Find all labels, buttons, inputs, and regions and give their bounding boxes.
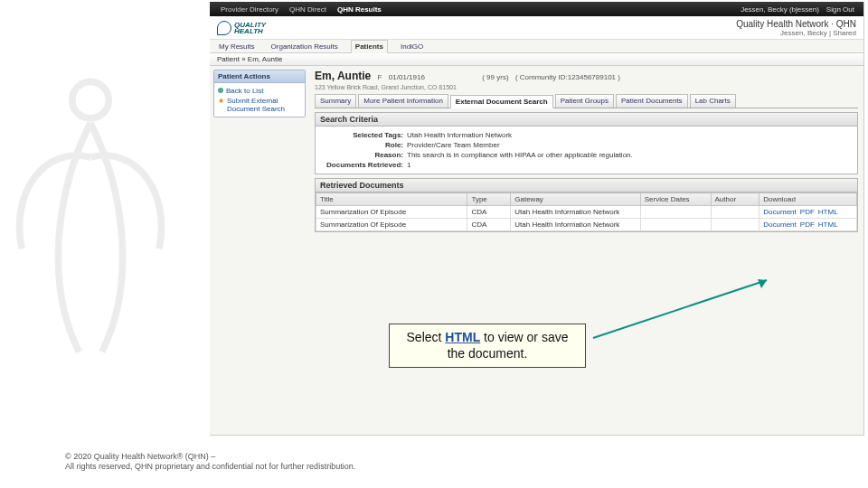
cell-type: CDA: [467, 206, 511, 219]
download-document-link[interactable]: Document: [763, 221, 799, 229]
value-role: Provider/Care Team Member: [407, 141, 500, 149]
value-reason: This search is in compliance with HIPAA …: [407, 151, 633, 159]
download-pdf-link[interactable]: PDF: [800, 208, 818, 216]
patient-header: Em, Auntie F 01/01/1916 ( 99 yrs) ( Comm…: [315, 70, 858, 82]
tab-patients[interactable]: Patients: [351, 40, 388, 53]
table-row: Summarization Of Episode CDA Utah Health…: [316, 206, 857, 219]
download-html-link[interactable]: HTML: [818, 221, 842, 229]
col-gateway: Gateway: [511, 193, 641, 206]
tab-indigo[interactable]: IndiGO: [397, 41, 427, 52]
value-selected-tags: Utah Health Information Network: [407, 131, 512, 139]
col-download: Download: [760, 193, 857, 206]
cell-title: Summarization Of Episode: [316, 206, 467, 219]
section-tabs: My Results Organization Results Patients…: [210, 40, 863, 53]
patient-actions-panel: Patient Actions Back to List ★Submit Ext…: [213, 70, 306, 117]
download-html-link[interactable]: HTML: [818, 208, 842, 216]
col-type: Type: [467, 193, 511, 206]
tab-patient-groups[interactable]: Patient Groups: [555, 94, 614, 108]
submit-external-search-link[interactable]: ★Submit External Document Search: [218, 96, 301, 114]
nav-qhn-direct[interactable]: QHN Direct: [284, 5, 332, 14]
value-docs-retrieved: 1: [407, 161, 410, 169]
tab-my-results[interactable]: My Results: [215, 41, 259, 52]
nav-user[interactable]: Jessen, Becky (bjessen): [737, 5, 823, 14]
logo-icon: [217, 21, 231, 35]
label-role: Role:: [321, 141, 407, 149]
patient-address: 123 Yellow Brick Road, Grand Junction, C…: [315, 84, 858, 90]
star-icon: ★: [218, 97, 224, 105]
cell-gateway: Utah Health Information Network: [511, 206, 641, 219]
tab-more-info[interactable]: More Patient Information: [358, 94, 448, 108]
brand-sub: Jessen, Becky | Shared: [736, 29, 856, 37]
table-row: Summarization Of Episode CDA Utah Health…: [316, 219, 857, 231]
cell-type: CDA: [467, 219, 511, 231]
patient-name: Em, Auntie: [315, 70, 371, 82]
cell-dates: [640, 206, 711, 219]
tab-patient-documents[interactable]: Patient Documents: [616, 94, 688, 108]
main-area: Em, Auntie F 01/01/1916 ( 99 yrs) ( Comm…: [309, 66, 863, 236]
search-criteria-section: Search Criteria Selected Tags:Utah Healt…: [315, 112, 858, 174]
retrieved-documents-title: Retrieved Documents: [316, 179, 857, 192]
tab-org-results[interactable]: Organization Results: [268, 41, 342, 52]
col-title: Title: [316, 193, 467, 206]
annotation-arrow: [586, 273, 785, 345]
col-author: Author: [711, 193, 760, 206]
label-docs-retrieved: Documents Retrieved:: [321, 161, 407, 169]
tab-lab-charts[interactable]: Lab Charts: [690, 94, 736, 108]
patient-age: ( 99 yrs): [482, 73, 508, 81]
col-service-dates: Service Dates: [640, 193, 711, 206]
documents-table: Title Type Gateway Service Dates Author …: [316, 192, 857, 231]
cell-author: [711, 219, 760, 231]
patient-context: ( Community ID:123456789101 ): [515, 73, 620, 81]
brand-title: Quality Health Network · QHN: [736, 19, 856, 29]
logo: QUALITYHEALTH: [217, 21, 266, 35]
app-window: Provider Directory QHN Direct QHN Result…: [210, 2, 864, 436]
label-reason: Reason:: [321, 151, 407, 159]
cell-dates: [640, 219, 711, 231]
cell-gateway: Utah Health Information Network: [511, 219, 641, 231]
cell-author: [711, 206, 760, 219]
patient-dob: 01/01/1916: [389, 73, 425, 81]
bullet-icon: [218, 88, 223, 93]
top-nav: Provider Directory QHN Direct QHN Result…: [210, 2, 863, 16]
callout-bold: HTML: [445, 330, 480, 344]
tab-external-doc-search[interactable]: External Document Search: [450, 95, 553, 108]
nav-provider-directory[interactable]: Provider Directory: [215, 5, 284, 14]
annotation-callout: Select HTML to view or save the document…: [389, 324, 586, 368]
search-criteria-title: Search Criteria: [316, 113, 857, 127]
patient-sex: F: [378, 73, 382, 81]
sidebar: Patient Actions Back to List ★Submit Ext…: [210, 66, 309, 125]
tab-summary[interactable]: Summary: [315, 94, 356, 108]
back-to-list-link[interactable]: Back to List: [218, 86, 301, 96]
logo-text: QUALITYHEALTH: [234, 22, 266, 34]
svg-line-1: [593, 280, 767, 338]
download-document-link[interactable]: Document: [763, 208, 799, 216]
brand-row: QUALITYHEALTH Quality Health Network · Q…: [210, 16, 863, 40]
patient-actions-title: Patient Actions: [214, 70, 305, 83]
slide-footer: © 2020 Quality Health Network® (QHN) – A…: [65, 452, 355, 472]
breadcrumb: Patient » Em, Auntie: [210, 53, 863, 66]
svg-marker-2: [758, 279, 767, 288]
detail-tabs: Summary More Patient Information Externa…: [315, 94, 858, 108]
brand-right: Quality Health Network · QHN Jessen, Bec…: [736, 19, 856, 37]
cell-title: Summarization Of Episode: [316, 219, 467, 231]
download-pdf-link[interactable]: PDF: [800, 221, 818, 229]
background-figure: [0, 54, 217, 398]
nav-signout[interactable]: Sign Out: [823, 5, 858, 14]
nav-qhn-results[interactable]: QHN Results: [332, 5, 387, 14]
retrieved-documents-section: Retrieved Documents Title Type Gateway S…: [315, 178, 858, 232]
label-selected-tags: Selected Tags:: [321, 131, 407, 139]
svg-point-0: [72, 81, 109, 118]
